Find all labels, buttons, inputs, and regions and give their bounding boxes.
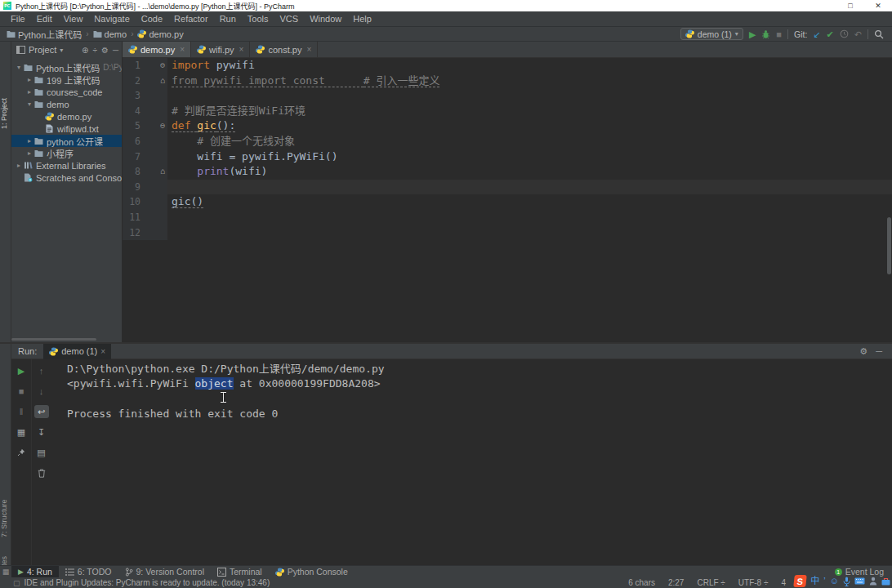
sogou-logo-icon[interactable]: S — [794, 575, 808, 587]
tree-item-demo-py[interactable]: demo.py — [11, 110, 122, 122]
menu-item-view[interactable]: View — [58, 14, 89, 24]
tree-chevron-icon[interactable]: ▸ — [25, 88, 33, 96]
search-everywhere-button[interactable] — [874, 29, 884, 39]
tree-item-courses_code[interactable]: ▸courses_code — [11, 86, 122, 98]
undo-button[interactable]: ↶ — [854, 29, 862, 40]
tool-window-button-4-run[interactable]: ▶4: Run — [11, 566, 59, 578]
horizontal-scrollbar[interactable] — [11, 338, 96, 341]
tool-window-button-python-console[interactable]: Python Console — [269, 566, 355, 578]
run-settings-button[interactable]: ⚙ — [859, 346, 867, 357]
fold-marker-icon[interactable]: ⌂ — [140, 164, 167, 180]
hide-run-panel-button[interactable]: ─ — [876, 346, 882, 357]
fold-marker-icon[interactable]: ⌂ — [140, 74, 167, 89]
vertical-scrollbar[interactable] — [887, 217, 891, 274]
editor-gutter[interactable]: 5⊖ — [123, 118, 167, 134]
editor-tab-wifi-py[interactable]: wifi.py× — [191, 42, 250, 57]
menu-item-refactor[interactable]: Refactor — [168, 14, 214, 24]
menu-item-help[interactable]: Help — [347, 14, 377, 24]
project-settings-button[interactable]: ⚙ — [101, 46, 109, 55]
editor-gutter[interactable]: 11 — [123, 210, 167, 225]
ime-keyboard-icon[interactable] — [854, 577, 865, 585]
stripe-structure-tab[interactable]: 7: Structure — [0, 489, 11, 548]
editor-tab-demo-py[interactable]: demo.py× — [123, 42, 191, 57]
line-ending-selector[interactable]: CRLF ÷ — [697, 578, 725, 587]
prev-occurrence-button[interactable]: ↑ — [34, 364, 49, 377]
tree-item-scratches-and-consoles[interactable]: Scratches and Consoles — [11, 172, 122, 184]
fold-marker-icon[interactable]: ⊖ — [140, 118, 167, 134]
tree-item-demo[interactable]: ▾demo — [11, 98, 122, 110]
run-configuration-selector[interactable]: demo (1) ▾ — [680, 28, 743, 40]
caret-position[interactable]: 2:27 — [668, 578, 684, 587]
editor-gutter[interactable]: 6 — [123, 134, 167, 149]
stop-button[interactable]: ■ — [14, 385, 29, 398]
close-icon[interactable]: × — [100, 347, 105, 356]
pin-tab-button[interactable] — [14, 446, 29, 459]
chevron-down-icon[interactable]: ▾ — [60, 47, 63, 54]
collapse-all-button[interactable]: ÷ — [92, 46, 97, 55]
code-editor[interactable]: 1⊖import pywifi2⌂from pywifi import cons… — [123, 58, 892, 342]
maximize-button[interactable]: □ — [836, 0, 864, 11]
debug-button[interactable] — [761, 29, 770, 39]
breadcrumb-item[interactable]: demo — [93, 29, 127, 39]
menu-item-edit[interactable]: Edit — [31, 14, 58, 24]
tree-item-wifipwd-txt[interactable]: wifipwd.txt — [11, 122, 122, 135]
editor-gutter[interactable]: 8⌂ — [123, 164, 167, 180]
editor-gutter[interactable]: 7 — [123, 149, 167, 165]
tree-chevron-icon[interactable]: ▸ — [25, 76, 33, 83]
stop-button[interactable]: ■ — [776, 29, 782, 40]
soft-wrap-button[interactable]: ↩ — [34, 405, 49, 418]
menu-item-vcs[interactable]: VCS — [274, 14, 305, 24]
scroll-to-end-button[interactable]: ↧ — [34, 425, 49, 439]
update-project-button[interactable]: ↙ — [813, 29, 820, 40]
restore-layout-button[interactable]: ▦ — [14, 425, 29, 439]
run-tab-demo[interactable]: demo (1) × — [43, 344, 111, 359]
rerun-button[interactable]: ▶ — [14, 364, 29, 377]
tool-window-button-9-version-control[interactable]: 9: Version Control — [118, 566, 211, 578]
tree-item-external-libraries[interactable]: ▸External Libraries — [11, 159, 122, 172]
editor-gutter[interactable]: 9 — [123, 180, 167, 195]
editor-gutter[interactable]: 12 — [123, 225, 167, 241]
status-message[interactable]: ▢ IDE and Plugin Updates: PyCharm is rea… — [0, 578, 270, 587]
menu-item-tools[interactable]: Tools — [242, 14, 274, 24]
tree-item-199-[interactable]: ▸199 上课代码 — [11, 74, 122, 86]
indent-size[interactable]: 4 — [781, 578, 786, 587]
ime-emoji-icon[interactable]: ☺ — [830, 576, 839, 586]
commit-button[interactable]: ✔ — [827, 29, 834, 40]
history-button[interactable] — [840, 29, 849, 38]
tree-item--[interactable]: ▸小程序 — [11, 147, 122, 159]
print-console-button[interactable]: ▤ — [34, 446, 49, 459]
close-button[interactable]: ✕ — [864, 0, 892, 11]
tree-item-python-[interactable]: ▾Python上课代码D:\Python — [11, 61, 122, 74]
tree-chevron-icon[interactable]: ▸ — [25, 149, 33, 157]
close-icon[interactable]: × — [306, 45, 311, 54]
run-console-output[interactable]: D:\Python\python.exe D:/Python上课代码/demo/… — [51, 359, 892, 565]
tree-chevron-icon[interactable]: ▾ — [25, 100, 33, 108]
breadcrumb-item[interactable]: demo.py — [137, 29, 183, 39]
tool-window-switcher-icon[interactable]: ▦ — [0, 568, 11, 576]
tree-chevron-icon[interactable]: ▸ — [25, 137, 33, 145]
run-button[interactable]: ▶ — [749, 29, 756, 40]
editor-tab-const-py[interactable]: const.py× — [250, 42, 318, 57]
ime-mic-icon[interactable] — [843, 577, 850, 586]
editor-gutter[interactable]: 3 — [123, 88, 167, 104]
menu-item-window[interactable]: Window — [304, 14, 347, 24]
ime-punctuation-icon[interactable]: ’ — [823, 576, 825, 586]
ime-account-icon[interactable] — [869, 577, 877, 586]
menu-item-code[interactable]: Code — [136, 14, 168, 24]
editor-gutter[interactable]: 4 — [123, 104, 167, 119]
tool-window-button-terminal[interactable]: Terminal — [211, 566, 269, 578]
close-icon[interactable]: × — [180, 45, 185, 54]
hide-panel-button[interactable]: ─ — [113, 46, 118, 55]
ime-language-icon[interactable]: 中 — [810, 576, 819, 586]
pause-output-button[interactable]: ‖ — [14, 405, 29, 418]
tool-window-button-6-todo[interactable]: 6: TODO — [59, 566, 118, 578]
menu-item-navigate[interactable]: Navigate — [88, 14, 135, 24]
tree-chevron-icon[interactable]: ▾ — [15, 64, 23, 71]
editor-gutter[interactable]: 10 — [123, 194, 167, 210]
breadcrumb-item[interactable]: Python上课代码 — [7, 28, 82, 41]
fold-marker-icon[interactable]: ⊖ — [140, 58, 167, 74]
menu-item-file[interactable]: File — [5, 14, 31, 24]
ime-toolbox-icon[interactable] — [881, 577, 890, 586]
locate-file-button[interactable]: ⊕ — [82, 46, 88, 55]
tree-chevron-icon[interactable]: ▸ — [15, 162, 23, 169]
